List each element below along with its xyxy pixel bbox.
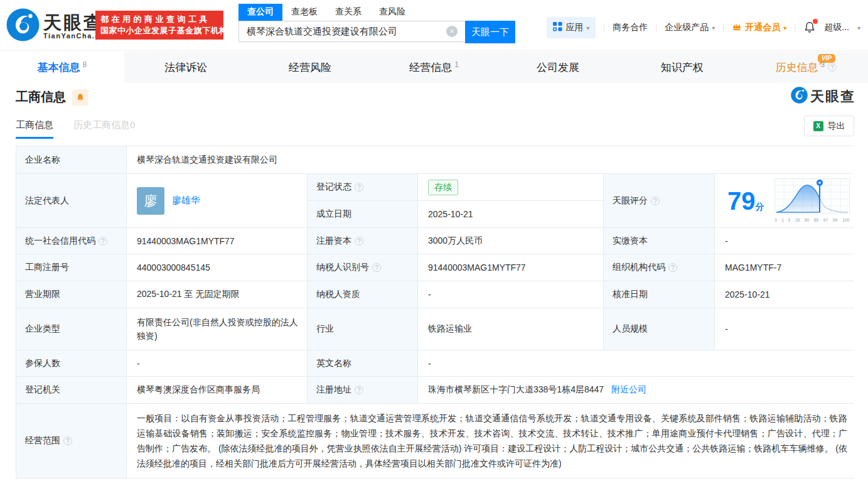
field-label-company-type: 企业类型 bbox=[16, 308, 126, 350]
field-label-registration-number: 工商注册号 bbox=[16, 254, 126, 281]
field-label-insured-count: 参保人数 bbox=[16, 350, 126, 376]
field-label-establish-date: 成立日期 bbox=[308, 201, 417, 227]
field-label-registration-authority: 登记机关 bbox=[16, 377, 126, 403]
tab-history-info[interactable]: VIP 历史信息 3 ? bbox=[744, 51, 868, 83]
tab-company-development[interactable]: 公司发展 bbox=[496, 51, 620, 83]
field-value-english-name: - bbox=[418, 350, 857, 376]
subscribe-bell-icon[interactable] bbox=[72, 89, 88, 105]
crown-icon bbox=[732, 22, 742, 33]
field-label-organization-code: 组织机构代码 ? bbox=[604, 254, 714, 281]
field-label-tianyan-score: 天眼评分 ? bbox=[604, 174, 714, 227]
field-label-taxpayer-id: 纳税人识别号 ? bbox=[308, 254, 417, 281]
tab-legal-proceedings[interactable]: 法律诉讼 bbox=[124, 51, 249, 83]
search-tab-risk[interactable]: 查风险 bbox=[370, 4, 414, 21]
field-label-registered-capital: 注册资本 ? bbox=[308, 228, 417, 254]
field-value-registration-number: 440003000845145 bbox=[127, 254, 307, 281]
subtab-business-info[interactable]: 工商信息 bbox=[16, 119, 53, 139]
field-value-legal-representative: 廖 廖雄华 bbox=[127, 174, 307, 227]
chevron-down-icon[interactable]: ▾ bbox=[857, 24, 860, 31]
help-icon[interactable]: ? bbox=[651, 197, 660, 205]
field-value-organization-code: MAG1MYTF-7 bbox=[715, 254, 857, 281]
business-info-table: 企业名称 横琴深合轨道交通投资建设有限公司 法定代表人 廖 廖雄华 登记状态 ?… bbox=[16, 146, 854, 478]
field-value-company-name: 横琴深合轨道交通投资建设有限公司 bbox=[127, 146, 857, 173]
divider bbox=[723, 23, 724, 32]
tab-operating-risk[interactable]: 经营风险 bbox=[248, 51, 372, 83]
field-value-registered-address: 珠海市横琴新区十字门大道338号1栋4层8447 附近公司 bbox=[418, 377, 857, 403]
tianyancha-eye-icon bbox=[791, 87, 808, 106]
tab-basic-info[interactable]: 基本信息 8 bbox=[0, 51, 124, 83]
field-label-approval-date: 核准日期 bbox=[604, 281, 714, 308]
field-value-industry: 铁路运输业 bbox=[418, 308, 603, 350]
apps-menu[interactable]: 应用 ▾ bbox=[547, 17, 596, 38]
field-label-credit-code: 统一社会信用代码 ? bbox=[16, 228, 126, 254]
field-value-registration-authority: 横琴粤澳深度合作区商事服务局 bbox=[127, 377, 307, 403]
banner-line1: 都在用的商业查询工具 bbox=[100, 14, 218, 25]
banner-line2: 国家中小企业发展子基金旗下机构 bbox=[100, 25, 218, 36]
watermark-logo: 天眼查 bbox=[791, 87, 855, 106]
tab-intellectual-property[interactable]: 知识产权 bbox=[620, 51, 744, 83]
help-icon[interactable]: ? bbox=[668, 263, 677, 272]
field-value-registered-capital: 3000万人民币 bbox=[418, 228, 603, 254]
search-tab-company[interactable]: 查公司 bbox=[238, 4, 282, 21]
page: 天眼查 TianYanCha.com 都在用的商业查询工具 国家中小企业发展子基… bbox=[0, 0, 868, 486]
help-icon[interactable]: ? bbox=[372, 263, 381, 272]
field-value-paid-capital: - bbox=[715, 228, 857, 254]
company-profile-tabs: 基本信息 8 法律诉讼 经营风险 经营信息 1 公司发展 知识产权 VIP 历史… bbox=[0, 51, 868, 83]
field-value-establish-date: 2025-10-21 bbox=[418, 201, 603, 227]
field-value-taxpayer-quality: - bbox=[418, 281, 603, 308]
search-button[interactable]: 天眼一下 bbox=[465, 21, 515, 43]
search-tab-relation[interactable]: 查关系 bbox=[326, 4, 370, 21]
field-label-paid-capital: 实缴资本 bbox=[604, 228, 714, 254]
field-label-business-scope: 经营范围 ? bbox=[16, 404, 126, 478]
nav-cooperation[interactable]: 商务合作 bbox=[613, 22, 648, 33]
field-label-taxpayer-quality: 纳税人资质 bbox=[308, 281, 417, 308]
top-nav: 应用 ▾ 商务合作 企业级产品 ▾ 开通会员 ▾ bbox=[547, 17, 860, 38]
field-value-staff-size: - bbox=[715, 308, 857, 350]
help-icon[interactable]: ? bbox=[63, 436, 72, 445]
notification-dot bbox=[813, 19, 818, 24]
search-tabs: 查公司 查老板 查关系 查风险 bbox=[238, 4, 515, 21]
excel-icon: X bbox=[813, 121, 823, 131]
field-value-registration-status: 存续 bbox=[418, 174, 603, 200]
score-distribution-chart: 01 315 5085 9799 100 bbox=[774, 178, 851, 223]
help-icon[interactable]: ? bbox=[355, 386, 363, 394]
field-value-credit-code: 91440003MAG1MYTF77 bbox=[127, 228, 307, 254]
tianyancha-eye-icon bbox=[6, 8, 40, 44]
subtab-history-business-info[interactable]: 历史工商信息0 bbox=[73, 119, 135, 139]
nav-super-vip[interactable]: 超级... bbox=[824, 22, 849, 33]
divider bbox=[656, 23, 656, 32]
apps-grid-icon bbox=[553, 22, 562, 33]
tab-operating-info[interactable]: 经营信息 1 bbox=[372, 51, 496, 83]
field-label-company-name: 企业名称 bbox=[16, 146, 126, 173]
field-value-insured-count: - bbox=[127, 350, 307, 376]
nearby-companies-link[interactable]: 附近公司 bbox=[611, 384, 646, 396]
chevron-down-icon: ▾ bbox=[586, 24, 589, 31]
clear-search-icon[interactable]: × bbox=[446, 26, 458, 37]
avatar[interactable]: 廖 bbox=[137, 187, 164, 215]
section-title: 工商信息 bbox=[16, 89, 66, 105]
export-button[interactable]: X 导出 bbox=[804, 116, 854, 136]
field-label-business-term: 营业期限 bbox=[16, 281, 126, 308]
chevron-down-icon: ▾ bbox=[712, 24, 715, 31]
help-icon[interactable]: ? bbox=[355, 183, 363, 192]
legal-representative-link[interactable]: 廖雄华 bbox=[172, 195, 200, 207]
field-value-tianyan-score: 79分 bbox=[715, 174, 857, 227]
field-label-registration-status: 登记状态 ? bbox=[308, 174, 417, 200]
search-tab-boss[interactable]: 查老板 bbox=[282, 4, 326, 21]
help-icon[interactable]: ? bbox=[99, 237, 107, 246]
field-label-registered-address: 注册地址 ? bbox=[308, 377, 417, 403]
status-badge: 存续 bbox=[428, 180, 458, 195]
open-vip-button[interactable]: 开通会员 ▾ bbox=[732, 22, 786, 33]
divider bbox=[795, 23, 795, 32]
divider bbox=[604, 23, 604, 32]
field-value-approval-date: 2025-10-21 bbox=[715, 281, 857, 308]
business-info-subtabs: 工商信息 历史工商信息0 bbox=[16, 119, 135, 139]
field-label-english-name: 英文名称 bbox=[308, 350, 417, 376]
search-input[interactable] bbox=[238, 21, 465, 42]
notifications-bell-icon[interactable] bbox=[803, 21, 816, 35]
field-value-taxpayer-id: 91440003MAG1MYTF77 bbox=[418, 254, 603, 281]
help-icon[interactable]: ? bbox=[828, 63, 837, 72]
help-icon[interactable]: ? bbox=[355, 237, 363, 246]
field-label-legal-representative: 法定代表人 bbox=[16, 174, 126, 227]
nav-enterprise-products[interactable]: 企业级产品 ▾ bbox=[665, 22, 715, 33]
